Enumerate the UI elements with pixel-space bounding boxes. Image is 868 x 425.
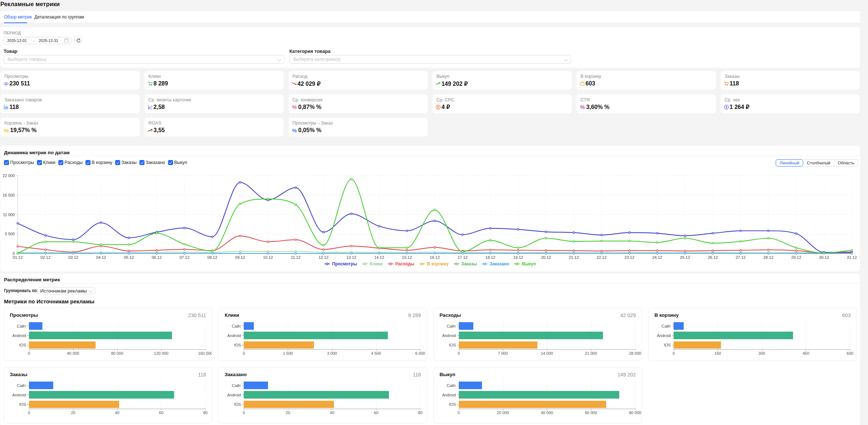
svg-text:14.12: 14.12	[374, 255, 384, 260]
svg-text:16.12: 16.12	[430, 255, 440, 260]
svg-text:13.12: 13.12	[346, 255, 356, 260]
svg-text:19.12: 19.12	[513, 255, 523, 260]
svg-text:11.12: 11.12	[291, 255, 301, 260]
svg-text:21.12: 21.12	[569, 255, 579, 260]
svg-text:22 000: 22 000	[3, 173, 15, 178]
svg-text:01.12: 01.12	[13, 255, 23, 260]
svg-text:23.12: 23.12	[624, 255, 634, 260]
svg-text:29.12: 29.12	[791, 255, 801, 260]
svg-text:20.12: 20.12	[541, 255, 551, 260]
svg-text:06.12: 06.12	[152, 255, 162, 260]
svg-text:15.12: 15.12	[402, 255, 412, 260]
svg-text:30.12: 30.12	[819, 255, 829, 260]
svg-text:$: $	[437, 105, 439, 109]
svg-text:04.12: 04.12	[96, 255, 106, 260]
svg-text:05.12: 05.12	[124, 255, 134, 260]
svg-text:03.12: 03.12	[68, 255, 79, 260]
svg-text:11 000: 11 000	[3, 212, 15, 217]
svg-text:02.12: 02.12	[41, 255, 51, 260]
svg-text:24.12: 24.12	[652, 255, 662, 260]
svg-text:28.12: 28.12	[763, 255, 773, 260]
svg-text:25.12: 25.12	[680, 255, 690, 260]
svg-text:12.12: 12.12	[319, 255, 329, 260]
svg-text:10.12: 10.12	[263, 255, 273, 260]
svg-text:22.12: 22.12	[597, 255, 607, 260]
svg-text:18.12: 18.12	[485, 255, 495, 260]
svg-text:08.12: 08.12	[207, 255, 218, 260]
svg-text:17.12: 17.12	[458, 255, 468, 260]
svg-text:5 500: 5 500	[5, 232, 15, 236]
svg-text:16 500: 16 500	[3, 193, 15, 197]
svg-text:31.12: 31.12	[847, 255, 857, 260]
svg-text:09.12: 09.12	[235, 255, 245, 260]
svg-text:26.12: 26.12	[708, 255, 718, 260]
svg-text:27.12: 27.12	[735, 255, 746, 260]
svg-text:07.12: 07.12	[180, 255, 190, 260]
svg-text:$: $	[725, 105, 727, 109]
